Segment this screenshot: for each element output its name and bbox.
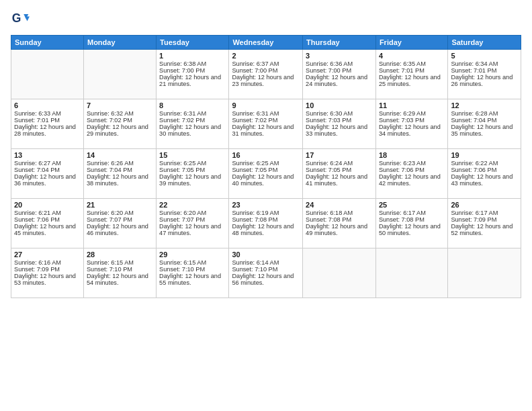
day-number: 10 <box>306 101 373 109</box>
day-info: Daylight: 12 hours and 42 minutes. <box>379 173 445 187</box>
day-info: Sunrise: 6:14 AM <box>232 259 300 266</box>
day-info: Sunset: 7:05 PM <box>159 167 226 173</box>
calendar-cell: 20Sunrise: 6:21 AMSunset: 7:06 PMDayligh… <box>11 199 84 248</box>
day-number: 7 <box>87 101 153 109</box>
day-info: Daylight: 12 hours and 43 minutes. <box>451 173 518 187</box>
day-number: 24 <box>306 201 373 209</box>
day-info: Daylight: 12 hours and 48 minutes. <box>232 223 300 236</box>
day-info: Sunrise: 6:29 AM <box>379 110 445 117</box>
day-info: Sunset: 7:00 PM <box>306 67 373 74</box>
calendar-week-row: 1Sunrise: 6:38 AMSunset: 7:00 PMDaylight… <box>11 50 521 99</box>
day-info: Daylight: 12 hours and 38 minutes. <box>87 173 153 187</box>
day-info: Sunrise: 6:15 AM <box>159 259 226 266</box>
day-header: Tuesday <box>157 36 229 50</box>
day-info: Daylight: 12 hours and 39 minutes. <box>159 173 226 187</box>
day-info: Daylight: 12 hours and 53 minutes. <box>14 273 81 286</box>
day-info: Daylight: 12 hours and 45 minutes. <box>14 223 81 236</box>
svg-marker-2 <box>25 17 30 21</box>
day-number: 29 <box>159 250 226 259</box>
day-info: Daylight: 12 hours and 50 minutes. <box>379 223 445 236</box>
day-info: Sunrise: 6:24 AM <box>306 160 373 167</box>
day-info: Daylight: 12 hours and 29 minutes. <box>87 124 153 137</box>
day-info: Sunset: 7:04 PM <box>87 167 153 173</box>
day-info: Sunset: 7:09 PM <box>14 266 81 273</box>
day-info: Daylight: 12 hours and 28 minutes. <box>14 124 81 137</box>
day-info: Sunset: 7:05 PM <box>306 167 373 173</box>
day-info: Sunset: 7:06 PM <box>379 167 445 173</box>
calendar-cell: 24Sunrise: 6:18 AMSunset: 7:08 PMDayligh… <box>303 199 376 248</box>
day-number: 30 <box>232 250 300 259</box>
day-number: 19 <box>451 151 518 159</box>
day-number: 25 <box>379 201 445 209</box>
day-header: Sunday <box>11 36 84 50</box>
day-info: Sunset: 7:00 PM <box>159 67 226 74</box>
day-header: Saturday <box>448 36 521 50</box>
day-number: 6 <box>14 101 81 109</box>
day-header: Thursday <box>303 36 376 50</box>
day-info: Daylight: 12 hours and 21 minutes. <box>159 74 226 87</box>
day-info: Sunset: 7:00 PM <box>232 67 300 74</box>
day-info: Sunrise: 6:17 AM <box>451 210 518 216</box>
day-info: Daylight: 12 hours and 35 minutes. <box>451 124 518 137</box>
calendar-cell: 15Sunrise: 6:25 AMSunset: 7:05 PMDayligh… <box>157 149 229 199</box>
day-info: Sunset: 7:08 PM <box>306 216 373 223</box>
day-info: Sunrise: 6:19 AM <box>232 210 300 216</box>
day-info: Sunset: 7:08 PM <box>232 216 300 223</box>
day-number: 28 <box>87 250 153 259</box>
day-info: Sunset: 7:01 PM <box>451 67 518 74</box>
day-info: Sunset: 7:01 PM <box>14 117 81 124</box>
day-info: Sunrise: 6:23 AM <box>379 160 445 167</box>
calendar-table: SundayMondayTuesdayWednesdayThursdayFrid… <box>11 35 521 298</box>
calendar-cell <box>11 50 84 99</box>
calendar-cell: 1Sunrise: 6:38 AMSunset: 7:00 PMDaylight… <box>157 50 229 99</box>
day-info: Sunrise: 6:38 AM <box>159 60 226 67</box>
calendar-cell: 16Sunrise: 6:25 AMSunset: 7:05 PMDayligh… <box>229 149 303 199</box>
day-info: Sunset: 7:05 PM <box>232 167 300 173</box>
day-info: Daylight: 12 hours and 40 minutes. <box>232 173 300 187</box>
calendar-cell: 29Sunrise: 6:15 AMSunset: 7:10 PMDayligh… <box>157 248 229 298</box>
day-info: Sunset: 7:03 PM <box>379 117 445 124</box>
calendar-cell: 4Sunrise: 6:35 AMSunset: 7:01 PMDaylight… <box>375 50 448 99</box>
calendar-cell: 19Sunrise: 6:22 AMSunset: 7:06 PMDayligh… <box>448 149 521 199</box>
logo: G <box>11 9 32 28</box>
calendar-header-row: SundayMondayTuesdayWednesdayThursdayFrid… <box>11 36 521 50</box>
calendar-week-row: 13Sunrise: 6:27 AMSunset: 7:04 PMDayligh… <box>11 149 521 199</box>
svg-text:G: G <box>12 11 21 25</box>
calendar-cell: 26Sunrise: 6:17 AMSunset: 7:09 PMDayligh… <box>448 199 521 248</box>
calendar-cell: 27Sunrise: 6:16 AMSunset: 7:09 PMDayligh… <box>11 248 84 298</box>
day-info: Sunrise: 6:20 AM <box>87 210 153 216</box>
day-info: Sunrise: 6:25 AM <box>232 160 300 167</box>
day-info: Sunset: 7:04 PM <box>451 117 518 124</box>
page-header: G <box>11 9 521 28</box>
day-header: Monday <box>83 36 156 50</box>
day-info: Daylight: 12 hours and 30 minutes. <box>159 124 226 137</box>
day-info: Daylight: 12 hours and 52 minutes. <box>451 223 518 236</box>
day-info: Sunrise: 6:26 AM <box>87 160 153 167</box>
calendar-cell: 13Sunrise: 6:27 AMSunset: 7:04 PMDayligh… <box>11 149 84 199</box>
day-info: Sunset: 7:02 PM <box>232 117 300 124</box>
calendar-cell: 2Sunrise: 6:37 AMSunset: 7:00 PMDaylight… <box>229 50 303 99</box>
day-info: Daylight: 12 hours and 34 minutes. <box>379 124 445 137</box>
calendar-cell <box>375 248 448 298</box>
calendar-cell: 12Sunrise: 6:28 AMSunset: 7:04 PMDayligh… <box>448 99 521 149</box>
calendar-cell <box>83 50 156 99</box>
day-number: 4 <box>379 52 445 60</box>
calendar-cell: 23Sunrise: 6:19 AMSunset: 7:08 PMDayligh… <box>229 199 303 248</box>
day-info: Daylight: 12 hours and 24 minutes. <box>306 74 373 87</box>
day-header: Wednesday <box>229 36 303 50</box>
day-number: 9 <box>232 101 300 109</box>
day-info: Sunrise: 6:37 AM <box>232 60 300 67</box>
calendar-cell: 3Sunrise: 6:36 AMSunset: 7:00 PMDaylight… <box>303 50 376 99</box>
day-info: Sunset: 7:08 PM <box>379 216 445 223</box>
day-number: 12 <box>451 101 518 109</box>
day-number: 27 <box>14 250 81 259</box>
day-info: Sunrise: 6:17 AM <box>379 210 445 216</box>
day-number: 18 <box>379 151 445 159</box>
day-info: Sunrise: 6:22 AM <box>451 160 518 167</box>
day-number: 11 <box>379 101 445 109</box>
day-info: Sunrise: 6:31 AM <box>232 110 300 117</box>
calendar-cell: 6Sunrise: 6:33 AMSunset: 7:01 PMDaylight… <box>11 99 84 149</box>
day-info: Sunset: 7:04 PM <box>14 167 81 173</box>
day-info: Sunrise: 6:31 AM <box>159 110 226 117</box>
day-info: Sunset: 7:03 PM <box>306 117 373 124</box>
